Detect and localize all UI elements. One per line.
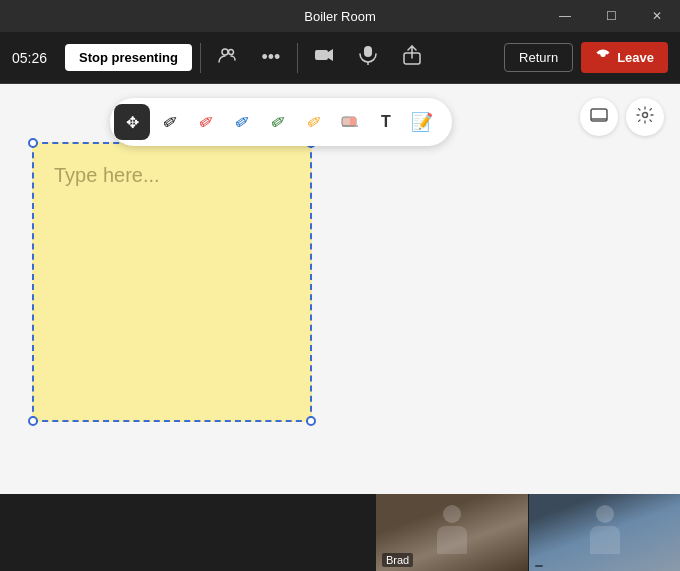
svg-rect-8 [350, 117, 356, 126]
maximize-button[interactable]: ☐ [588, 0, 634, 32]
person-silhouette-2 [585, 505, 625, 560]
settings-button[interactable] [626, 98, 664, 136]
mic-button[interactable] [350, 40, 386, 76]
svg-point-12 [643, 113, 648, 118]
stop-presenting-button[interactable]: Stop presenting [65, 44, 192, 71]
sticky-note-button[interactable]: 📝 [406, 106, 438, 138]
text-icon: T [381, 113, 391, 131]
sticky-note[interactable]: Type here... [32, 142, 312, 422]
mic-icon [359, 45, 377, 70]
move-tool-button[interactable]: ✥ [114, 104, 150, 140]
leave-button[interactable]: Leave [581, 42, 668, 73]
close-button[interactable]: ✕ [634, 0, 680, 32]
pencil-red-button[interactable]: ✏ [190, 106, 222, 138]
people-button[interactable] [209, 40, 245, 76]
pencil-blue-icon: ✏ [230, 109, 255, 136]
drawing-right-controls [580, 98, 664, 136]
phone-end-icon [595, 48, 611, 67]
screen-fit-button[interactable] [580, 98, 618, 136]
drawing-toolbar: ✥ ✏ ✏ ✏ ✏ ✏ [110, 98, 452, 146]
title-bar: Boiler Room — ☐ ✕ [0, 0, 680, 32]
top-toolbar: 05:26 Stop presenting ••• [0, 32, 680, 84]
window-controls: — ☐ ✕ [542, 0, 680, 32]
text-tool-button[interactable]: T [370, 106, 402, 138]
leave-label: Leave [617, 50, 654, 65]
svg-rect-4 [364, 46, 372, 57]
screen-fit-icon [590, 106, 608, 128]
eraser-button[interactable] [334, 106, 366, 138]
resize-handle-br[interactable] [306, 416, 316, 426]
call-timer: 05:26 [12, 50, 57, 66]
sticky-note-icon: 📝 [411, 111, 433, 133]
pencil-green-button[interactable]: ✏ [262, 106, 294, 138]
video-strip: Brad [0, 494, 680, 571]
sticky-note-placeholder: Type here... [54, 164, 160, 187]
more-icon: ••• [262, 47, 281, 68]
pencil-blue-button[interactable]: ✏ [226, 106, 258, 138]
minimize-button[interactable]: — [542, 0, 588, 32]
more-button[interactable]: ••• [253, 40, 289, 76]
return-button[interactable]: Return [504, 43, 573, 72]
pencil-green-icon: ✏ [266, 109, 291, 136]
move-icon: ✥ [126, 113, 139, 132]
svg-point-1 [228, 50, 233, 55]
pencil-black-icon: ✏ [158, 109, 183, 136]
video-feed-2 [529, 494, 680, 571]
share-button[interactable] [394, 40, 430, 76]
pencil-red-icon: ✏ [194, 109, 219, 136]
camera-icon [314, 45, 334, 70]
camera-button[interactable] [306, 40, 342, 76]
video-tile-2[interactable] [528, 494, 680, 571]
pencil-yellow-icon: ✏ [302, 109, 327, 136]
svg-rect-2 [315, 50, 328, 60]
participant-label-2 [535, 565, 543, 567]
people-icon [217, 45, 237, 70]
resize-handle-bl[interactable] [28, 416, 38, 426]
eraser-icon [341, 111, 359, 133]
settings-icon [636, 106, 654, 128]
pencil-yellow-button[interactable]: ✏ [298, 106, 330, 138]
person-silhouette-brad [432, 505, 472, 560]
toolbar-divider-1 [200, 43, 201, 73]
video-tile-brad[interactable]: Brad [376, 494, 528, 571]
svg-point-0 [222, 49, 228, 55]
participant-label-brad: Brad [382, 553, 413, 567]
drawing-canvas[interactable]: ✥ ✏ ✏ ✏ ✏ ✏ [0, 84, 680, 494]
pencil-black-button[interactable]: ✏ [154, 106, 186, 138]
svg-marker-3 [328, 49, 333, 61]
share-icon [403, 45, 421, 70]
toolbar-divider-2 [297, 43, 298, 73]
window-title: Boiler Room [304, 9, 376, 24]
resize-handle-tl[interactable] [28, 138, 38, 148]
